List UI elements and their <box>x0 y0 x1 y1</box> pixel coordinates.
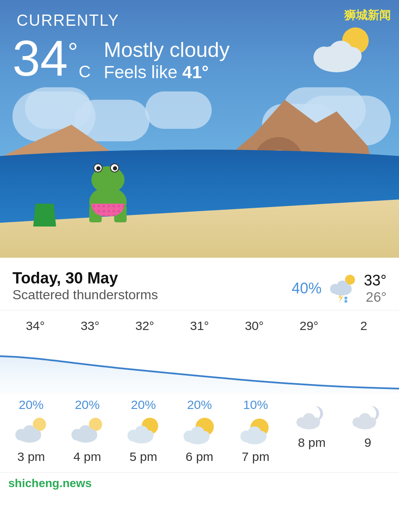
hourly-icon-9 <box>350 401 385 432</box>
hourly-item-3pm: 20% 3 pm <box>4 398 58 464</box>
hourly-icon-4pm <box>70 415 105 446</box>
today-condition: Scattered thunderstorms <box>12 287 158 303</box>
today-date: Today, 30 May <box>12 269 158 287</box>
today-temp-low: 26° <box>366 289 387 305</box>
weather-bottom: Today, 30 May Scattered thunderstorms 40… <box>0 258 399 494</box>
hourly-time-9: 9 <box>365 436 372 450</box>
hourly-time-7pm: 7 pm <box>242 450 269 464</box>
hourly-item-4pm: 20% 4 pm <box>60 398 114 464</box>
hourly-time-8pm: 8 pm <box>298 436 326 450</box>
svg-point-45 <box>367 417 376 426</box>
hourly-temp-0: 34° <box>8 319 62 333</box>
hourly-item-6pm: 20% 6 pm <box>172 398 226 464</box>
svg-point-9 <box>343 284 352 293</box>
today-temp-range: 33° 26° <box>364 272 387 305</box>
today-precip-chance: 40% <box>291 280 321 297</box>
temperature-display: 34 ° C <box>12 33 91 83</box>
weather-condition-text: Mostly cloudy <box>104 37 230 62</box>
today-info-right: 40% 33° 26° <box>291 269 387 305</box>
weather-hero: 狮城新闻 CURRENTLY 34 ° C Mostly cloudy Feel… <box>0 0 399 258</box>
hourly-temp-3: 31° <box>172 319 226 333</box>
hourly-temp-2: 32° <box>118 319 172 333</box>
currently-label: CURRENTLY <box>17 12 119 30</box>
hourly-time-3pm: 3 pm <box>17 450 45 464</box>
svg-point-17 <box>31 429 41 439</box>
today-info-left: Today, 30 May Scattered thunderstorms <box>12 269 158 303</box>
hourly-precip-3pm: 20% <box>19 398 44 412</box>
hourly-precip-7pm: 10% <box>243 398 268 412</box>
feels-like-temp: 41° <box>182 62 209 82</box>
bottom-watermark: shicheng.news <box>0 473 399 494</box>
bucket <box>33 204 56 227</box>
hourly-item-5pm: 20% 5 pm <box>116 398 170 464</box>
hourly-time-4pm: 4 pm <box>73 450 101 464</box>
temperature-number: 34 <box>12 33 68 83</box>
hourly-precip-5pm: 20% <box>131 398 156 412</box>
hourly-temperature-graph: 34° 33° 32° 31° 30° 29° 2 <box>0 310 399 394</box>
weather-description: Mostly cloudy Feels like 41° <box>104 37 230 82</box>
svg-point-12 <box>344 300 347 303</box>
svg-point-32 <box>200 431 210 441</box>
today-header: Today, 30 May Scattered thunderstorms 40… <box>0 258 399 310</box>
feels-like-text: Feels like 41° <box>104 62 230 82</box>
svg-point-37 <box>257 431 267 441</box>
hourly-precip-4pm: 20% <box>75 398 100 412</box>
svg-point-27 <box>144 430 154 440</box>
hourly-temp-6: 2 <box>337 319 391 333</box>
hourly-temp-5: 29° <box>282 319 336 333</box>
hourly-item-7pm: 10% 7 pm <box>229 398 283 464</box>
hourly-temps-row: 34° 33° 32° 31° 30° 29° 2 <box>0 310 399 333</box>
hourly-temp-1: 33° <box>63 319 117 333</box>
current-weather-icon <box>308 25 374 75</box>
thunderstorm-icon <box>328 274 357 303</box>
svg-point-4 <box>343 47 362 65</box>
watermark-top: 狮城新闻 <box>344 7 391 23</box>
frog-character <box>83 179 133 224</box>
hourly-time-6pm: 6 pm <box>186 450 213 464</box>
hourly-icons-row: 20% 3 pm 20% 4 pm 20% <box>0 398 399 464</box>
hourly-item-8pm: 8 pm <box>285 398 339 450</box>
scene-illustration <box>0 79 399 258</box>
hourly-icon-6pm <box>182 415 217 446</box>
svg-point-22 <box>87 429 97 439</box>
svg-point-41 <box>311 417 320 426</box>
hourly-icon-3pm <box>14 415 49 446</box>
hourly-icon-5pm <box>126 415 161 446</box>
hourly-temp-4: 30° <box>227 319 281 333</box>
today-temp-high: 33° <box>364 272 387 289</box>
hourly-icon-7pm <box>238 415 273 446</box>
temperature-unit-c: C <box>78 62 91 81</box>
temperature-degree: ° <box>68 37 78 66</box>
temperature-curve-svg <box>0 344 399 394</box>
hourly-precip-6pm: 20% <box>187 398 212 412</box>
hourly-time-5pm: 5 pm <box>130 450 157 464</box>
hourly-item-9: 9 <box>341 398 395 450</box>
hourly-icon-8pm <box>294 401 329 432</box>
feels-like-label: Feels like <box>104 62 177 82</box>
svg-point-11 <box>344 297 347 300</box>
